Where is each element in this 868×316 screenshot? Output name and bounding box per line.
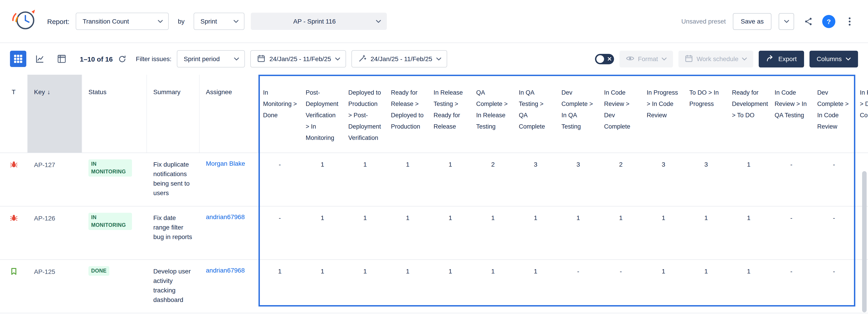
transition-count-cell: 3 [685, 153, 727, 206]
column-header-transition[interactable]: Ready for Development > To DO [727, 75, 770, 152]
pivot-view-button[interactable] [54, 51, 70, 67]
column-header-transition[interactable]: In Release Testing > Ready for Release [429, 75, 472, 152]
assignee-link[interactable]: Morgan Blake [199, 153, 258, 206]
transition-count-cell: - [258, 153, 301, 206]
chevron-down-icon [234, 57, 239, 61]
transition-count-cell: 1 [727, 260, 770, 313]
column-header-transition[interactable]: Deployed to Production > Post-Deployment… [344, 75, 386, 152]
chevron-down-icon [335, 57, 340, 61]
format-button: Format [619, 50, 673, 67]
toolbar: 1–10 of 16 Filter issues: Sprint period … [0, 43, 868, 75]
save-as-caret-button[interactable] [779, 13, 794, 30]
toggle-knob [596, 55, 604, 63]
columns-button[interactable]: Columns [809, 50, 858, 67]
column-header-transition[interactable]: In Progress > In Code Review [642, 75, 685, 152]
sprint-select[interactable]: AP - Sprint 116 [251, 13, 387, 30]
vertical-scrollbar[interactable] [862, 171, 867, 312]
issue-summary: Fix duplicate notifications being sent t… [147, 153, 199, 206]
table-row: AP-127 IN MONITORING Fix duplicate notif… [0, 153, 868, 206]
group-by-select[interactable]: Sprint [194, 13, 244, 30]
group-by-value: Sprint [200, 17, 217, 25]
column-header-transition[interactable]: In Monitoring > Done [258, 75, 301, 152]
issue-type-cell [0, 206, 28, 259]
issue-summary: Fix date range filter bug in reports [147, 206, 199, 259]
transition-count-cell: 1 [472, 206, 514, 259]
sprint-value: AP - Sprint 116 [257, 17, 371, 25]
column-header-transition[interactable]: In Progress > Dev Complete [855, 75, 868, 152]
auto-date-range-value: 24/Jan/25 - 11/Feb/25 [371, 55, 432, 63]
grid-view-button[interactable] [10, 51, 26, 67]
transition-count-cell: 1 [386, 153, 429, 206]
assignee-link[interactable]: andrian67968 [199, 206, 258, 259]
bug-icon [10, 214, 18, 222]
date-range-picker[interactable]: 24/Jan/25 - 11/Feb/25 [250, 50, 346, 67]
column-header-transition[interactable]: In Code Review > In QA Testing [770, 75, 813, 152]
sort-descending-icon: ↓ [47, 88, 50, 96]
date-range-value: 24/Jan/25 - 11/Feb/25 [269, 55, 331, 63]
transition-count-cell: 3 [514, 153, 557, 206]
transition-count-cell: 1 [301, 260, 344, 313]
column-header-transition[interactable]: Ready for Release > Deployed to Producti… [386, 75, 429, 152]
column-header-transition[interactable]: To DO > In Progress [685, 75, 727, 152]
eye-icon [626, 55, 634, 63]
chevron-down-icon [436, 57, 441, 61]
chart-view-button[interactable] [32, 51, 48, 67]
column-header-transition[interactable]: Post-Deployment Verification > In Monito… [301, 75, 344, 152]
pagination-count: 1–10 of 16 [80, 55, 113, 63]
column-header-transition[interactable]: In QA Testing > QA Complete [514, 75, 557, 152]
transition-count-cell: 2 [472, 153, 514, 206]
column-header-transition[interactable]: Dev Complete > In QA Testing [557, 75, 599, 152]
save-as-button[interactable]: Save as [733, 13, 771, 30]
transition-count-cell: 1 [514, 206, 557, 259]
transition-count-cell: 1 [344, 260, 386, 313]
status-cell: IN MONITORING [82, 153, 147, 206]
transition-count-cell: - [770, 206, 813, 259]
share-icon[interactable] [801, 14, 815, 28]
chevron-down-icon [846, 57, 851, 61]
transition-count-cell: 1 [344, 206, 386, 259]
transition-count-cell: 3 [642, 153, 685, 206]
transition-count-cell: - [813, 260, 855, 313]
issue-type-cell [0, 153, 28, 206]
column-header-assignee[interactable]: Assignee [199, 75, 258, 152]
column-header-transition[interactable]: QA Complete > In Release Testing [472, 75, 514, 152]
story-icon [10, 268, 17, 275]
column-header-key[interactable]: Key↓ [28, 75, 82, 152]
transition-count-cell: 1 [386, 206, 429, 259]
toggle-x-icon [608, 57, 611, 61]
issue-type-cell [0, 260, 28, 313]
transition-count-cell: 1 [727, 206, 770, 259]
help-icon[interactable]: ? [822, 15, 835, 28]
period-select[interactable]: Sprint period [177, 50, 245, 67]
status-badge: DONE [88, 266, 109, 276]
bug-icon [10, 161, 18, 168]
column-header-transition[interactable]: In Code Review > Dev Complete [599, 75, 642, 152]
transition-count-cell: 1 [429, 153, 472, 206]
transition-count-cell: - [813, 153, 855, 206]
transition-count-cell: 1 [685, 260, 727, 313]
transition-count-cell: 1 [685, 206, 727, 259]
transition-count-cell: 1 [429, 260, 472, 313]
toggle-switch[interactable] [595, 54, 614, 64]
kebab-menu-icon[interactable] [843, 14, 856, 28]
column-header-type[interactable]: T [0, 75, 28, 152]
column-header-transition[interactable]: Dev Complete > In Code Review [813, 75, 855, 152]
report-type-select[interactable]: Transition Count [76, 13, 169, 30]
report-type-value: Transition Count [83, 17, 129, 25]
by-label: by [178, 17, 185, 25]
transition-count-cell: 1 [557, 206, 599, 259]
auto-date-range-picker[interactable]: 24/Jan/25 - 11/Feb/25 [351, 50, 447, 67]
refresh-icon[interactable] [118, 55, 126, 63]
period-value: Sprint period [184, 55, 220, 63]
transition-count-cell: - [770, 260, 813, 313]
calendar-icon [685, 54, 693, 64]
column-header-summary[interactable]: Summary [147, 75, 199, 152]
export-button[interactable]: Export [759, 50, 804, 67]
transition-count-cell: 1 [429, 206, 472, 259]
issue-key: AP-127 [28, 153, 82, 206]
column-header-status[interactable]: Status [82, 75, 147, 152]
assignee-link[interactable]: andrian67968 [199, 260, 258, 313]
toolbar-actions: Format Work schedule [595, 50, 858, 67]
transition-count-cell: 1 [301, 153, 344, 206]
report-label: Report: [47, 17, 69, 25]
